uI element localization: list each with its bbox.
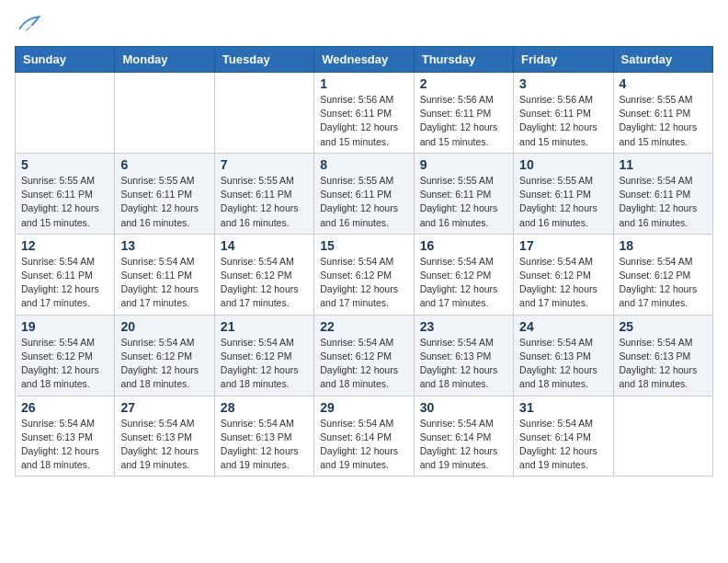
- calendar-day-header: Thursday: [414, 47, 513, 73]
- calendar-day-cell: 4Sunrise: 5:55 AM Sunset: 6:11 PM Daylig…: [613, 73, 712, 154]
- day-number: 29: [320, 400, 407, 415]
- day-info: Sunrise: 5:55 AM Sunset: 6:11 PM Dayligh…: [420, 174, 507, 230]
- calendar-day-cell: 10Sunrise: 5:55 AM Sunset: 6:11 PM Dayli…: [514, 153, 613, 234]
- day-info: Sunrise: 5:55 AM Sunset: 6:11 PM Dayligh…: [620, 93, 707, 149]
- day-number: 4: [620, 76, 707, 91]
- calendar-day-header: Sunday: [16, 47, 115, 73]
- calendar-day-cell: 21Sunrise: 5:54 AM Sunset: 6:12 PM Dayli…: [214, 315, 313, 396]
- calendar-day-cell: 19Sunrise: 5:54 AM Sunset: 6:12 PM Dayli…: [16, 315, 115, 396]
- calendar-day-header: Friday: [514, 47, 613, 73]
- day-number: 30: [420, 400, 507, 415]
- day-info: Sunrise: 5:54 AM Sunset: 6:12 PM Dayligh…: [519, 255, 607, 311]
- calendar-day-cell: 16Sunrise: 5:54 AM Sunset: 6:12 PM Dayli…: [414, 234, 513, 315]
- day-number: 6: [120, 157, 208, 172]
- day-info: Sunrise: 5:55 AM Sunset: 6:11 PM Dayligh…: [21, 174, 108, 230]
- day-info: Sunrise: 5:54 AM Sunset: 6:12 PM Dayligh…: [221, 255, 308, 311]
- calendar-day-cell: 15Sunrise: 5:54 AM Sunset: 6:12 PM Dayli…: [314, 234, 414, 315]
- day-number: 26: [21, 400, 108, 415]
- day-info: Sunrise: 5:54 AM Sunset: 6:14 PM Dayligh…: [519, 417, 607, 473]
- calendar-day-cell: 7Sunrise: 5:55 AM Sunset: 6:11 PM Daylig…: [214, 153, 313, 234]
- logo-bird-icon: [18, 15, 40, 35]
- calendar-day-cell: 23Sunrise: 5:54 AM Sunset: 6:13 PM Dayli…: [414, 315, 513, 396]
- day-info: Sunrise: 5:54 AM Sunset: 6:11 PM Dayligh…: [21, 255, 108, 311]
- calendar-week-row: 12Sunrise: 5:54 AM Sunset: 6:11 PM Dayli…: [16, 234, 713, 315]
- day-number: 11: [620, 157, 707, 172]
- day-info: Sunrise: 5:54 AM Sunset: 6:12 PM Dayligh…: [420, 255, 507, 311]
- day-info: Sunrise: 5:55 AM Sunset: 6:11 PM Dayligh…: [120, 174, 208, 230]
- calendar-week-row: 19Sunrise: 5:54 AM Sunset: 6:12 PM Dayli…: [16, 315, 713, 396]
- calendar-day-header: Monday: [115, 47, 214, 73]
- calendar-day-cell: 31Sunrise: 5:54 AM Sunset: 6:14 PM Dayli…: [514, 396, 613, 477]
- calendar-day-cell: 26Sunrise: 5:54 AM Sunset: 6:13 PM Dayli…: [16, 396, 115, 477]
- day-info: Sunrise: 5:54 AM Sunset: 6:12 PM Dayligh…: [320, 336, 407, 392]
- day-number: 25: [620, 319, 707, 334]
- day-info: Sunrise: 5:54 AM Sunset: 6:13 PM Dayligh…: [221, 417, 308, 473]
- day-number: 17: [519, 238, 607, 253]
- day-number: 27: [120, 400, 208, 415]
- day-number: 21: [221, 319, 308, 334]
- day-number: 22: [320, 319, 407, 334]
- calendar-week-row: 26Sunrise: 5:54 AM Sunset: 6:13 PM Dayli…: [16, 396, 713, 477]
- day-info: Sunrise: 5:54 AM Sunset: 6:13 PM Dayligh…: [120, 417, 208, 473]
- day-info: Sunrise: 5:56 AM Sunset: 6:11 PM Dayligh…: [420, 93, 507, 149]
- day-info: Sunrise: 5:56 AM Sunset: 6:11 PM Dayligh…: [320, 93, 407, 149]
- day-number: 5: [21, 157, 108, 172]
- day-number: 9: [420, 157, 507, 172]
- calendar-day-cell: 11Sunrise: 5:54 AM Sunset: 6:11 PM Dayli…: [613, 153, 712, 234]
- day-number: 12: [21, 238, 108, 253]
- calendar-day-cell: 28Sunrise: 5:54 AM Sunset: 6:13 PM Dayli…: [214, 396, 313, 477]
- day-number: 14: [221, 238, 308, 253]
- day-number: 15: [320, 238, 407, 253]
- day-number: 28: [221, 400, 308, 415]
- day-info: Sunrise: 5:54 AM Sunset: 6:12 PM Dayligh…: [120, 336, 208, 392]
- day-number: 13: [120, 238, 208, 253]
- day-number: 16: [420, 238, 507, 253]
- calendar-day-cell: 30Sunrise: 5:54 AM Sunset: 6:14 PM Dayli…: [414, 396, 513, 477]
- day-info: Sunrise: 5:54 AM Sunset: 6:11 PM Dayligh…: [120, 255, 208, 311]
- day-number: 7: [221, 157, 308, 172]
- logo: [15, 15, 40, 35]
- calendar-day-cell: 1Sunrise: 5:56 AM Sunset: 6:11 PM Daylig…: [314, 73, 414, 154]
- calendar-day-header: Tuesday: [214, 47, 313, 73]
- calendar-day-cell: 13Sunrise: 5:54 AM Sunset: 6:11 PM Dayli…: [115, 234, 214, 315]
- calendar-day-cell: 12Sunrise: 5:54 AM Sunset: 6:11 PM Dayli…: [16, 234, 115, 315]
- day-number: 10: [519, 157, 607, 172]
- day-number: 3: [519, 76, 607, 91]
- calendar-day-cell: 17Sunrise: 5:54 AM Sunset: 6:12 PM Dayli…: [514, 234, 613, 315]
- day-info: Sunrise: 5:54 AM Sunset: 6:11 PM Dayligh…: [620, 174, 707, 230]
- calendar-day-cell: 6Sunrise: 5:55 AM Sunset: 6:11 PM Daylig…: [115, 153, 214, 234]
- calendar-day-cell: 14Sunrise: 5:54 AM Sunset: 6:12 PM Dayli…: [214, 234, 313, 315]
- calendar-day-cell: 22Sunrise: 5:54 AM Sunset: 6:12 PM Dayli…: [314, 315, 414, 396]
- day-number: 20: [120, 319, 208, 334]
- calendar-day-cell: 8Sunrise: 5:55 AM Sunset: 6:11 PM Daylig…: [314, 153, 414, 234]
- day-info: Sunrise: 5:54 AM Sunset: 6:13 PM Dayligh…: [620, 336, 707, 392]
- calendar-day-cell: 9Sunrise: 5:55 AM Sunset: 6:11 PM Daylig…: [414, 153, 513, 234]
- calendar-day-cell: 29Sunrise: 5:54 AM Sunset: 6:14 PM Dayli…: [314, 396, 414, 477]
- calendar-day-cell: 20Sunrise: 5:54 AM Sunset: 6:12 PM Dayli…: [115, 315, 214, 396]
- day-number: 23: [420, 319, 507, 334]
- day-info: Sunrise: 5:54 AM Sunset: 6:13 PM Dayligh…: [420, 336, 507, 392]
- day-number: 1: [320, 76, 407, 91]
- day-info: Sunrise: 5:54 AM Sunset: 6:13 PM Dayligh…: [21, 417, 108, 473]
- day-info: Sunrise: 5:55 AM Sunset: 6:11 PM Dayligh…: [221, 174, 308, 230]
- day-number: 24: [519, 319, 607, 334]
- calendar-day-cell: 25Sunrise: 5:54 AM Sunset: 6:13 PM Dayli…: [613, 315, 712, 396]
- day-info: Sunrise: 5:55 AM Sunset: 6:11 PM Dayligh…: [519, 174, 607, 230]
- calendar-header-row: SundayMondayTuesdayWednesdayThursdayFrid…: [16, 47, 713, 73]
- calendar-week-row: 5Sunrise: 5:55 AM Sunset: 6:11 PM Daylig…: [16, 153, 713, 234]
- calendar-week-row: 1Sunrise: 5:56 AM Sunset: 6:11 PM Daylig…: [16, 73, 713, 154]
- calendar-day-cell: 27Sunrise: 5:54 AM Sunset: 6:13 PM Dayli…: [115, 396, 214, 477]
- calendar-day-cell: [613, 396, 712, 477]
- page-header: [15, 15, 713, 35]
- day-info: Sunrise: 5:54 AM Sunset: 6:13 PM Dayligh…: [519, 336, 607, 392]
- day-info: Sunrise: 5:54 AM Sunset: 6:12 PM Dayligh…: [221, 336, 308, 392]
- calendar-day-cell: [214, 73, 313, 154]
- day-number: 19: [21, 319, 108, 334]
- day-info: Sunrise: 5:54 AM Sunset: 6:14 PM Dayligh…: [320, 417, 407, 473]
- calendar-day-header: Wednesday: [314, 47, 414, 73]
- day-info: Sunrise: 5:54 AM Sunset: 6:12 PM Dayligh…: [320, 255, 407, 311]
- calendar-day-cell: 24Sunrise: 5:54 AM Sunset: 6:13 PM Dayli…: [514, 315, 613, 396]
- calendar-day-cell: 5Sunrise: 5:55 AM Sunset: 6:11 PM Daylig…: [16, 153, 115, 234]
- calendar-table: SundayMondayTuesdayWednesdayThursdayFrid…: [15, 46, 713, 477]
- calendar-day-cell: 3Sunrise: 5:56 AM Sunset: 6:11 PM Daylig…: [514, 73, 613, 154]
